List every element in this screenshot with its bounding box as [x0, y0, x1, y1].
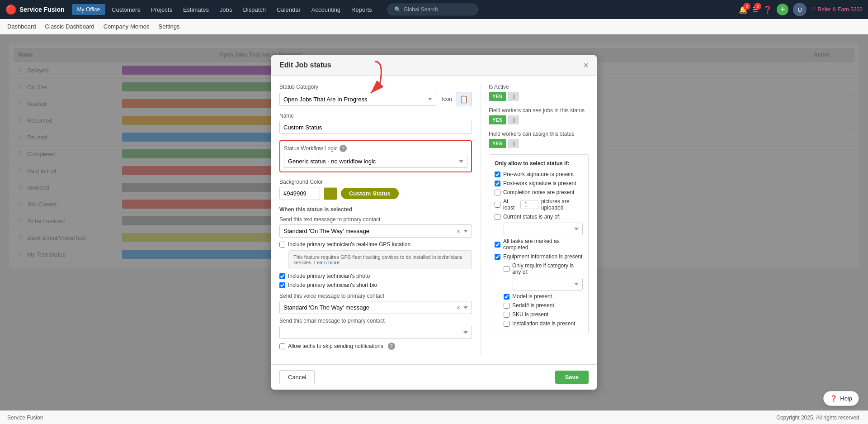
color-swatch[interactable] [324, 187, 337, 200]
skip-notif-group: Allow techs to skip sending notification… [279, 343, 472, 350]
postwork-sig-group: Post-work signature is present [495, 180, 583, 186]
app-logo: 🔴 Service Fusion [5, 4, 65, 15]
all-tasks-checkbox[interactable] [495, 242, 500, 248]
install-date-label: Installation date is present [512, 320, 575, 327]
only-require-select[interactable] [513, 278, 583, 291]
model-checkbox[interactable] [504, 294, 509, 300]
voice-msg-wrap: Standard 'On The Way' message × [279, 301, 472, 314]
jobs-nav[interactable]: Jobs [215, 4, 236, 15]
equipment-info-label: Equipment information is present [503, 253, 582, 260]
is-active-yes[interactable]: YES [489, 92, 506, 101]
estimates-nav[interactable]: Estimates [179, 4, 213, 15]
pictures-checkbox[interactable] [495, 202, 500, 208]
fw-see-no[interactable]: ||| [508, 115, 519, 124]
serial-checkbox[interactable] [504, 303, 509, 309]
email-msg-select[interactable] [279, 326, 472, 339]
status-category-row: Open Jobs That Are In Progress Icon 📋 [279, 92, 472, 106]
voice-msg-label: Send this voice message to primary conta… [279, 293, 472, 299]
settings-link[interactable]: Settings [159, 20, 180, 33]
text-msg-select[interactable]: Standard 'On The Way' message [279, 224, 472, 238]
install-date-checkbox[interactable] [504, 321, 509, 327]
color-hex-input[interactable] [279, 187, 320, 200]
sku-label: SKU is present [512, 311, 548, 318]
gps-learn-more-link[interactable]: Learn more [314, 260, 340, 265]
photo-label: Include primary technician's photo [288, 273, 370, 279]
user-avatar[interactable]: U [793, 3, 807, 16]
company-memos-link[interactable]: Company Memos [104, 20, 150, 33]
modal-title: Edit Job status [279, 61, 331, 69]
sku-checkbox[interactable] [504, 312, 509, 318]
save-button[interactable]: Save [555, 371, 589, 384]
dispatch-nav[interactable]: Dispatch [238, 4, 270, 15]
modal-close-btn[interactable]: × [583, 61, 589, 70]
help-button[interactable]: ❓ Help [823, 391, 859, 406]
is-active-toggle: YES ||| [489, 92, 589, 101]
cancel-button[interactable]: Cancel [279, 370, 315, 384]
clear-text-msg-btn[interactable]: × [457, 228, 460, 235]
fw-assign-yes[interactable]: YES [489, 139, 506, 148]
prework-sig-checkbox[interactable] [495, 172, 500, 177]
text-msg-wrap: Standard 'On The Way' message × [279, 224, 472, 238]
classic-dashboard-link[interactable]: Classic Dashboard [45, 20, 94, 33]
completion-notes-checkbox[interactable] [495, 190, 500, 195]
projects-nav[interactable]: Projects [146, 4, 177, 15]
dashboard-link[interactable]: Dashboard [7, 20, 36, 33]
name-input[interactable] [279, 121, 472, 134]
color-preview: Custom Status [341, 188, 399, 199]
status-category-label: Status Category [279, 84, 472, 90]
only-require-dropdown-wrap [513, 278, 583, 291]
help-nav-btn[interactable]: ❓ [763, 5, 772, 14]
customers-nav[interactable]: Customers [107, 4, 145, 15]
messages-badge: 0 [754, 3, 761, 10]
bio-checkbox[interactable] [279, 282, 285, 288]
pictures-count[interactable] [520, 200, 538, 209]
workflow-help-icon[interactable]: ? [340, 145, 347, 152]
top-navigation: 🔴 Service Fusion My Office Customers Pro… [0, 0, 868, 19]
current-status-select[interactable] [504, 223, 583, 235]
voice-msg-select[interactable]: Standard 'On The Way' message [279, 301, 472, 314]
photo-checkbox[interactable] [279, 273, 285, 279]
only-require-checkbox[interactable] [504, 266, 509, 272]
equipment-info-checkbox[interactable] [495, 254, 500, 260]
skip-notif-checkbox[interactable] [279, 343, 285, 349]
calendar-nav[interactable]: Calendar [272, 4, 305, 15]
workflow-select[interactable]: Generic status - no workflow logic [284, 155, 467, 168]
status-category-select[interactable]: Open Jobs That Are In Progress [279, 93, 436, 106]
clear-voice-msg-btn[interactable]: × [457, 304, 460, 311]
text-msg-label: Send this text message to primary contac… [279, 216, 472, 223]
messages-btn[interactable]: ☰0 [752, 5, 759, 14]
global-search[interactable]: 🔍 Global Search [387, 4, 478, 15]
skip-notif-help[interactable]: ? [388, 343, 395, 350]
notifications-btn[interactable]: 🔔0 [739, 5, 748, 14]
my-office-nav[interactable]: My Office [72, 4, 105, 15]
add-btn[interactable]: + [777, 4, 788, 15]
modal-footer: Cancel Save [271, 364, 597, 390]
is-active-group: Is Active YES ||| [489, 84, 589, 101]
icon-picker[interactable]: 📋 [456, 92, 472, 106]
current-status-checkbox[interactable] [495, 214, 500, 220]
postwork-sig-checkbox[interactable] [495, 181, 500, 186]
only-allow-title: Only allow to select status if: [495, 160, 583, 167]
skip-notif-label: Allow techs to skip sending notification… [288, 343, 383, 349]
is-active-no[interactable]: ||| [508, 92, 519, 101]
photo-checkbox-group: Include primary technician's photo [279, 273, 472, 279]
modal-body: Status Category Open Jobs That Are In Pr… [271, 76, 597, 364]
search-placeholder: Global Search [404, 6, 438, 13]
pictures-label-before: At least [503, 198, 518, 211]
pictures-label-after: pictures are uploaded [541, 198, 583, 211]
fw-see-yes[interactable]: YES [489, 115, 506, 124]
only-require-label: Only require if category is any of: [512, 262, 583, 275]
help-circle-icon: ❓ [830, 395, 837, 402]
bio-checkbox-group: Include primary technician's short bio [279, 282, 472, 288]
reports-nav[interactable]: Reports [347, 4, 377, 15]
completion-notes-group: Completion notes are present [495, 189, 583, 195]
gps-checkbox[interactable] [279, 242, 285, 248]
email-msg-wrap [279, 326, 472, 339]
fw-assign-no[interactable]: ||| [508, 139, 519, 148]
when-selected-group: When this status is selected Send this t… [279, 206, 472, 350]
serial-group: Serial# is present [504, 302, 583, 309]
bg-color-group: Background Color Custom Status [279, 179, 472, 200]
prework-sig-label: Pre-work signature is present [503, 171, 574, 177]
refer-link[interactable]: ♡ Refer & Earn $300 [811, 6, 863, 13]
accounting-nav[interactable]: Accounting [307, 4, 345, 15]
